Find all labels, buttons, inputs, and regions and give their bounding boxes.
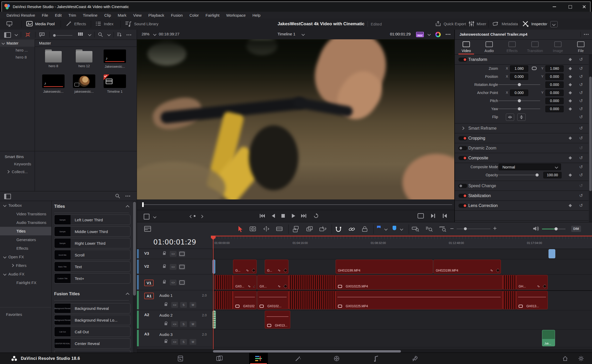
track-view-icon[interactable]: [179, 264, 185, 270]
mute-button[interactable]: M: [190, 339, 196, 345]
timeline-hscrollbar-thumb[interactable]: [213, 350, 401, 353]
timeline-clip-blueclip-0[interactable]: [549, 249, 555, 258]
param-slider-knob[interactable]: [518, 83, 521, 86]
param-y-input[interactable]: 0.000: [545, 73, 564, 80]
keyframe-diamond-icon[interactable]: [569, 83, 572, 86]
next-keyframe-icon[interactable]: [200, 215, 203, 218]
param-y-input[interactable]: 1.080: [545, 65, 564, 72]
param-x-input[interactable]: 0.000: [510, 90, 528, 96]
timeline-clip-gh013-21[interactable]: GH013...: [265, 311, 290, 329]
timeline-clip-gx0-7[interactable]: GX0...∿: [233, 275, 257, 290]
param-slider[interactable]: [499, 109, 540, 109]
search-chevron[interactable]: [107, 33, 111, 36]
menu-file[interactable]: File: [39, 13, 52, 17]
minimize-button[interactable]: [549, 2, 560, 11]
timeline-ruler[interactable]: 01:00:00:0001:04:16:0001:08:32:0001:12:4…: [212, 236, 592, 249]
reset-icon[interactable]: ↺: [579, 74, 583, 79]
effects-search-icon[interactable]: [115, 193, 120, 199]
viewer-scrub-bar[interactable]: [137, 199, 454, 210]
fusion-title-effect-call-out[interactable]: Call OutCall Out: [54, 327, 130, 337]
clip-comments-icon[interactable]: [39, 32, 45, 37]
keyframe-diamond-icon[interactable]: [569, 156, 572, 160]
track-id-v1[interactable]: V1: [144, 280, 154, 286]
auto-select-icon[interactable]: <>: [171, 339, 178, 345]
inspector-tab-audio[interactable]: Audio: [478, 39, 501, 54]
timeline-clip-g-2[interactable]: G...∿: [233, 260, 257, 274]
zoom-in-icon[interactable]: [493, 227, 497, 230]
effects-tree-item-fairlight-fx[interactable]: Fairlight FX: [0, 278, 51, 287]
timeline-clip-stripes-16[interactable]: [288, 291, 336, 309]
auto-select-icon[interactable]: <>: [170, 280, 177, 285]
grid-view-icon[interactable]: [78, 33, 83, 37]
auto-select-icon[interactable]: <>: [171, 302, 178, 308]
relink-media-icon[interactable]: [25, 32, 31, 37]
collapse-section-icon[interactable]: [126, 293, 129, 296]
reset-icon[interactable]: ↺: [579, 82, 583, 87]
search-icon[interactable]: [98, 32, 103, 37]
track-lane-a2[interactable]: GH013...: [212, 310, 592, 330]
reset-icon[interactable]: ↺: [579, 106, 583, 112]
timeline-clip-stripes-18[interactable]: [502, 291, 516, 309]
track-id-a1[interactable]: A1: [144, 293, 154, 299]
fusion-title-effect-background-reveal[interactable]: Background RevealBackground Reveal: [54, 303, 130, 313]
flag-chevron[interactable]: [384, 227, 388, 231]
effects-tree-item-toolbox[interactable]: Toolbox: [0, 201, 51, 210]
fusion-titles-section-header[interactable]: Fusion Titles: [54, 292, 129, 296]
param-y-input[interactable]: 0.000: [545, 90, 564, 96]
param-slider-knob[interactable]: [518, 107, 521, 110]
keyframe-diamond-icon[interactable]: [569, 136, 572, 140]
menu-davinci-resolve[interactable]: DaVinci Resolve: [3, 13, 39, 17]
linked-selection-icon[interactable]: [348, 226, 355, 233]
section-header-cropping[interactable]: Cropping↺: [455, 133, 589, 143]
viewer-overlay-tool-icon[interactable]: [144, 214, 149, 219]
section-enable-toggle[interactable]: [458, 194, 467, 198]
timeline-clip-gh-12[interactable]: GH...∿: [516, 275, 548, 290]
goto-start-icon[interactable]: [259, 213, 265, 218]
timeline-zoom-knob[interactable]: [464, 227, 467, 230]
bin-tree-item-hero-8[interactable]: hero 8: [0, 54, 35, 61]
section-header-stabilization[interactable]: Stabilization↺: [455, 191, 589, 201]
inspector-scrollbar-thumb[interactable]: [589, 77, 592, 191]
page-fusion-button[interactable]: [289, 353, 307, 364]
marker-icon[interactable]: [393, 226, 396, 230]
menu-workspace[interactable]: Workspace: [223, 13, 249, 17]
bin-breadcrumb[interactable]: Master: [35, 40, 137, 47]
inspector-options-icon[interactable]: [584, 34, 585, 35]
section-header-dynamic-zoom[interactable]: Dynamic Zoom↺: [455, 143, 589, 153]
page-edit-button[interactable]: [249, 353, 268, 364]
effects-tree-item-open-fx[interactable]: Open FX: [0, 253, 51, 261]
title-effect-left-lower-third[interactable]: SampleLeft Lower Third: [54, 215, 130, 225]
track-view-icon[interactable]: [179, 251, 185, 257]
param-slider[interactable]: [499, 101, 540, 101]
keyframe-diamond-icon[interactable]: [569, 107, 572, 111]
title-effect-middle-lower-third[interactable]: SampleMiddle Lower Third: [54, 226, 130, 237]
bin-list-view-icon[interactable]: [4, 32, 11, 38]
position-lock-icon[interactable]: [361, 226, 368, 233]
param-value-input[interactable]: 0.000: [545, 106, 564, 112]
menu-trim[interactable]: Trim: [65, 13, 79, 17]
timeline-hscrollbar[interactable]: [137, 349, 592, 353]
monitor-volume-knob[interactable]: [555, 227, 558, 230]
effects-tree-item-video-transitions[interactable]: Video Transitions: [0, 210, 51, 218]
page-color-button[interactable]: [327, 353, 346, 364]
snapping-magnet-icon[interactable]: [335, 226, 342, 233]
effects-tree-item-generators[interactable]: Generators: [0, 235, 51, 244]
track-header-v3[interactable]: V3<>: [137, 249, 212, 259]
section-enable-toggle[interactable]: [458, 204, 467, 208]
media-pool-options-icon[interactable]: [127, 34, 128, 35]
page-fairlight-button[interactable]: [367, 353, 386, 364]
section-enable-toggle[interactable]: [458, 146, 467, 150]
reset-icon[interactable]: ↺: [579, 135, 583, 141]
timeline-clip-stripes-9[interactable]: [288, 275, 336, 290]
media-item-jakeswestc-2[interactable]: ♪Jakeswestc...: [100, 49, 129, 68]
menu-mark[interactable]: Mark: [114, 13, 130, 17]
track-lane-v2[interactable]: G...∿G...∿GH013199.MP4GH023199.MP4∿: [212, 259, 592, 275]
composite-mode-dropdown[interactable]: Normal: [499, 164, 561, 170]
proxy-chevron[interactable]: [427, 33, 431, 36]
effects-list-view-icon[interactable]: [4, 194, 11, 199]
track-header-a1[interactable]: A1Audio 12.0<>SM: [137, 290, 212, 310]
menu-clip[interactable]: Clip: [101, 13, 114, 17]
track-header-v2[interactable]: V2<>: [137, 259, 212, 274]
smart-bins-header[interactable]: Smart Bins: [0, 151, 137, 160]
track-lock-icon[interactable]: [162, 302, 169, 308]
